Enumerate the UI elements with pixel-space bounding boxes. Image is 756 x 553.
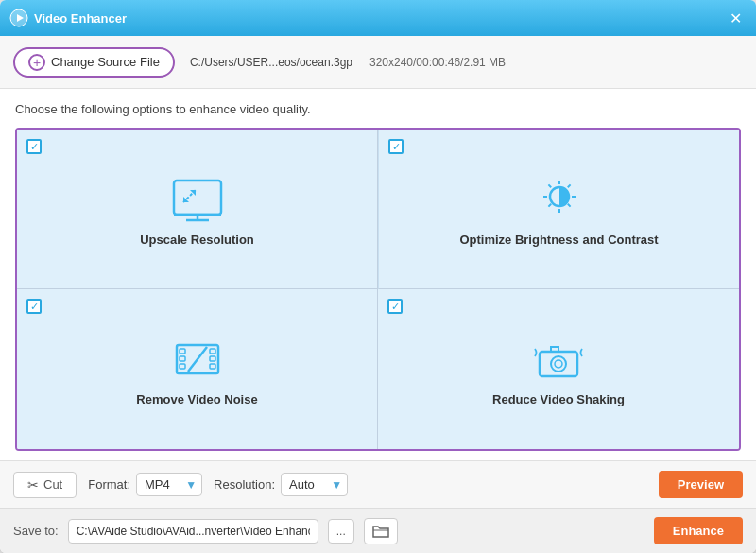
enhance-cell-upscale: ✓ Upscale Resolution (17, 130, 378, 289)
format-group: Format: MP4 AVI MOV MKV ▼ (88, 473, 202, 496)
resolution-group: Resolution: Auto 720p 1080p 4K ▼ (214, 473, 348, 496)
checkbox-shaking[interactable]: ✓ (387, 299, 403, 314)
format-select-wrapper: MP4 AVI MOV MKV ▼ (136, 473, 202, 496)
noise-label: Remove Video Noise (136, 392, 257, 406)
brightness-icon (531, 176, 588, 223)
folder-icon (372, 524, 389, 539)
app-window: Video Enhancer ✕ + Change Source File C:… (0, 0, 756, 553)
resolution-label: Resolution: (214, 477, 275, 492)
title-bar: Video Enhancer ✕ (0, 0, 756, 36)
svg-rect-22 (210, 349, 215, 354)
file-info: C:/Users/USER...eos/ocean.3gp 320x240/00… (190, 56, 506, 69)
enhance-cell-shaking: ✓ Reduce Vide (378, 289, 739, 449)
noise-icon (169, 336, 226, 383)
open-folder-button[interactable] (364, 518, 398, 544)
enhance-grid: ✓ Upscale Resolution (15, 128, 741, 451)
save-to-label: Save to: (13, 524, 59, 538)
toolbar: + Change Source File C:/Users/USER...eos… (0, 36, 756, 89)
preview-button[interactable]: Preview (659, 471, 743, 498)
svg-rect-19 (180, 349, 185, 354)
bottom-controls: ✂ Cut Format: MP4 AVI MOV MKV ▼ Resoluti… (0, 460, 756, 508)
enhance-cell-brightness: ✓ (378, 130, 739, 289)
check-icon-shaking: ✓ (391, 302, 400, 312)
checkbox-brightness[interactable]: ✓ (388, 139, 404, 154)
svg-rect-23 (210, 356, 215, 361)
app-icon (9, 9, 28, 27)
save-bar: Save to: ... Enhance (0, 508, 756, 553)
instructions-text: Choose the following options to enhance … (15, 102, 741, 116)
file-path: C:/Users/USER...eos/ocean.3gp (190, 56, 352, 69)
brightness-label: Optimize Brightness and Contrast (459, 233, 658, 247)
check-icon-noise: ✓ (30, 302, 39, 312)
checkbox-upscale[interactable]: ✓ (26, 139, 42, 154)
scissors-icon: ✂ (27, 477, 39, 493)
main-content: Choose the following options to enhance … (0, 89, 756, 460)
change-source-button[interactable]: + Change Source File (13, 47, 175, 78)
svg-line-25 (188, 347, 207, 372)
file-meta: 320x240/00:00:46/2.91 MB (369, 56, 506, 69)
enhance-cell-noise: ✓ (17, 289, 378, 449)
close-button[interactable]: ✕ (724, 7, 747, 29)
check-icon-upscale: ✓ (30, 142, 39, 152)
enhance-button[interactable]: Enhance (654, 517, 743, 544)
svg-rect-20 (180, 356, 185, 361)
svg-rect-21 (180, 364, 185, 369)
resolution-select-wrapper: Auto 720p 1080p 4K ▼ (281, 473, 348, 496)
svg-point-27 (551, 356, 566, 372)
resolution-select[interactable]: Auto 720p 1080p 4K (281, 473, 348, 496)
browse-button[interactable]: ... (328, 519, 354, 544)
change-source-label: Change Source File (51, 55, 160, 69)
svg-line-14 (548, 184, 551, 187)
save-path-input[interactable] (68, 519, 318, 544)
check-icon-brightness: ✓ (392, 142, 401, 152)
checkbox-noise[interactable]: ✓ (26, 299, 42, 314)
svg-point-28 (555, 360, 562, 368)
shaking-icon (530, 336, 587, 383)
cut-button[interactable]: ✂ Cut (13, 472, 77, 498)
svg-line-16 (567, 184, 570, 187)
upscale-label: Upscale Resolution (140, 233, 254, 247)
shaking-label: Reduce Video Shaking (492, 392, 625, 406)
window-title: Video Enhancer (34, 11, 724, 26)
plus-icon: + (28, 54, 45, 71)
cut-label: Cut (43, 477, 62, 492)
svg-line-15 (567, 203, 570, 206)
format-select[interactable]: MP4 AVI MOV MKV (136, 473, 202, 496)
svg-rect-26 (540, 352, 577, 376)
format-label: Format: (88, 477, 130, 492)
svg-line-17 (548, 203, 551, 206)
svg-rect-2 (174, 181, 221, 215)
svg-rect-24 (210, 364, 215, 369)
upscale-icon (169, 176, 226, 223)
